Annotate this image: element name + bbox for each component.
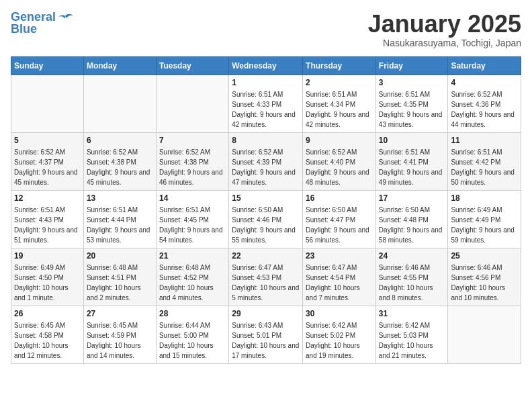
day-number: 31	[379, 309, 445, 318]
day-info: Sunrise: 6:52 AM Sunset: 4:37 PM Dayligh…	[14, 147, 81, 187]
day-info: Sunrise: 6:51 AM Sunset: 4:43 PM Dayligh…	[14, 205, 81, 245]
day-number: 28	[159, 309, 226, 318]
calendar-subtitle: Nasukarasuyama, Tochigi, Japan	[368, 38, 521, 48]
calendar-cell: 27Sunrise: 6:45 AM Sunset: 4:59 PM Dayli…	[83, 306, 156, 363]
day-number: 6	[87, 136, 153, 145]
day-info: Sunrise: 6:42 AM Sunset: 5:02 PM Dayligh…	[306, 320, 373, 361]
day-number: 23	[306, 251, 373, 261]
day-info: Sunrise: 6:51 AM Sunset: 4:33 PM Dayligh…	[232, 89, 300, 130]
calendar-cell: 2Sunrise: 6:51 AM Sunset: 4:34 PM Daylig…	[303, 75, 376, 132]
day-number: 29	[232, 309, 300, 318]
calendar-cell: 11Sunrise: 6:51 AM Sunset: 4:42 PM Dayli…	[448, 132, 521, 190]
day-info: Sunrise: 6:45 AM Sunset: 4:59 PM Dayligh…	[87, 320, 153, 361]
calendar-cell: 21Sunrise: 6:48 AM Sunset: 4:52 PM Dayli…	[156, 248, 228, 306]
calendar-cell: 15Sunrise: 6:50 AM Sunset: 4:46 PM Dayli…	[229, 190, 303, 248]
calendar-cell: 19Sunrise: 6:49 AM Sunset: 4:50 PM Dayli…	[11, 248, 84, 306]
day-number: 15	[232, 193, 300, 203]
logo-bird-icon	[58, 13, 73, 26]
day-info: Sunrise: 6:46 AM Sunset: 4:56 PM Dayligh…	[451, 263, 518, 303]
weekday-header: Wednesday	[229, 56, 303, 75]
calendar-week-row: 26Sunrise: 6:45 AM Sunset: 4:58 PM Dayli…	[11, 306, 521, 363]
day-number: 26	[14, 309, 81, 318]
day-info: Sunrise: 6:42 AM Sunset: 5:03 PM Dayligh…	[379, 320, 445, 361]
day-number: 20	[87, 251, 153, 261]
day-number: 1	[232, 78, 300, 87]
weekday-header: Monday	[83, 56, 156, 75]
day-number: 4	[451, 78, 518, 87]
day-number: 19	[14, 251, 81, 261]
calendar-cell: 30Sunrise: 6:42 AM Sunset: 5:02 PM Dayli…	[303, 306, 376, 363]
day-info: Sunrise: 6:49 AM Sunset: 4:49 PM Dayligh…	[451, 205, 518, 245]
day-number: 12	[14, 193, 81, 203]
day-info: Sunrise: 6:48 AM Sunset: 4:51 PM Dayligh…	[87, 263, 153, 303]
calendar-cell: 10Sunrise: 6:51 AM Sunset: 4:41 PM Dayli…	[375, 132, 448, 190]
calendar-cell: 14Sunrise: 6:51 AM Sunset: 4:45 PM Dayli…	[156, 190, 228, 248]
day-number: 16	[306, 193, 373, 203]
calendar-table: SundayMondayTuesdayWednesdayThursdayFrid…	[11, 56, 521, 364]
logo-text: GeneralBlue	[11, 11, 56, 35]
day-info: Sunrise: 6:51 AM Sunset: 4:45 PM Dayligh…	[159, 205, 226, 245]
day-info: Sunrise: 6:51 AM Sunset: 4:35 PM Dayligh…	[379, 89, 445, 130]
calendar-cell	[156, 75, 228, 132]
weekday-header: Tuesday	[156, 56, 228, 75]
calendar-cell: 9Sunrise: 6:52 AM Sunset: 4:40 PM Daylig…	[303, 132, 376, 190]
calendar-title: January 2025	[368, 11, 521, 38]
day-info: Sunrise: 6:52 AM Sunset: 4:38 PM Dayligh…	[159, 147, 226, 187]
day-info: Sunrise: 6:52 AM Sunset: 4:39 PM Dayligh…	[232, 147, 300, 187]
calendar-cell: 26Sunrise: 6:45 AM Sunset: 4:58 PM Dayli…	[11, 306, 84, 363]
weekday-header: Friday	[375, 56, 448, 75]
calendar-cell: 8Sunrise: 6:52 AM Sunset: 4:39 PM Daylig…	[229, 132, 303, 190]
weekday-header: Sunday	[11, 56, 84, 75]
calendar-cell: 28Sunrise: 6:44 AM Sunset: 5:00 PM Dayli…	[156, 306, 228, 363]
day-number: 22	[232, 251, 300, 261]
weekday-header: Thursday	[303, 56, 376, 75]
day-info: Sunrise: 6:51 AM Sunset: 4:34 PM Dayligh…	[306, 89, 373, 130]
day-number: 14	[159, 193, 226, 203]
calendar-cell: 5Sunrise: 6:52 AM Sunset: 4:37 PM Daylig…	[11, 132, 84, 190]
day-info: Sunrise: 6:50 AM Sunset: 4:46 PM Dayligh…	[232, 205, 300, 245]
day-number: 21	[159, 251, 226, 261]
day-number: 5	[14, 136, 81, 145]
logo: GeneralBlue	[11, 11, 73, 35]
calendar-cell: 25Sunrise: 6:46 AM Sunset: 4:56 PM Dayli…	[448, 248, 521, 306]
calendar-cell	[11, 75, 84, 132]
calendar-cell: 31Sunrise: 6:42 AM Sunset: 5:03 PM Dayli…	[375, 306, 448, 363]
calendar-cell: 24Sunrise: 6:46 AM Sunset: 4:55 PM Dayli…	[375, 248, 448, 306]
weekday-header: Saturday	[448, 56, 521, 75]
day-info: Sunrise: 6:52 AM Sunset: 4:36 PM Dayligh…	[451, 89, 518, 130]
day-info: Sunrise: 6:48 AM Sunset: 4:52 PM Dayligh…	[159, 263, 226, 303]
calendar-cell	[83, 75, 156, 132]
calendar-cell: 6Sunrise: 6:52 AM Sunset: 4:38 PM Daylig…	[83, 132, 156, 190]
calendar-cell: 20Sunrise: 6:48 AM Sunset: 4:51 PM Dayli…	[83, 248, 156, 306]
day-info: Sunrise: 6:46 AM Sunset: 4:55 PM Dayligh…	[379, 263, 445, 303]
day-info: Sunrise: 6:47 AM Sunset: 4:54 PM Dayligh…	[306, 263, 373, 303]
day-number: 30	[306, 309, 373, 318]
day-number: 7	[159, 136, 226, 145]
calendar-cell: 1Sunrise: 6:51 AM Sunset: 4:33 PM Daylig…	[229, 75, 303, 132]
day-info: Sunrise: 6:47 AM Sunset: 4:53 PM Dayligh…	[232, 263, 300, 303]
day-number: 11	[451, 136, 518, 145]
day-info: Sunrise: 6:49 AM Sunset: 4:50 PM Dayligh…	[14, 263, 81, 303]
day-info: Sunrise: 6:43 AM Sunset: 5:01 PM Dayligh…	[232, 320, 300, 361]
day-info: Sunrise: 6:50 AM Sunset: 4:48 PM Dayligh…	[379, 205, 445, 245]
day-number: 17	[379, 193, 445, 203]
calendar-cell: 23Sunrise: 6:47 AM Sunset: 4:54 PM Dayli…	[303, 248, 376, 306]
calendar-week-row: 5Sunrise: 6:52 AM Sunset: 4:37 PM Daylig…	[11, 132, 521, 190]
calendar-cell: 17Sunrise: 6:50 AM Sunset: 4:48 PM Dayli…	[375, 190, 448, 248]
day-number: 3	[379, 78, 445, 87]
day-info: Sunrise: 6:51 AM Sunset: 4:41 PM Dayligh…	[379, 147, 445, 187]
day-info: Sunrise: 6:45 AM Sunset: 4:58 PM Dayligh…	[14, 320, 81, 361]
weekday-header-row: SundayMondayTuesdayWednesdayThursdayFrid…	[11, 56, 521, 75]
calendar-cell: 18Sunrise: 6:49 AM Sunset: 4:49 PM Dayli…	[448, 190, 521, 248]
calendar-cell: 4Sunrise: 6:52 AM Sunset: 4:36 PM Daylig…	[448, 75, 521, 132]
day-info: Sunrise: 6:52 AM Sunset: 4:40 PM Dayligh…	[306, 147, 373, 187]
calendar-cell: 16Sunrise: 6:50 AM Sunset: 4:47 PM Dayli…	[303, 190, 376, 248]
calendar-week-row: 1Sunrise: 6:51 AM Sunset: 4:33 PM Daylig…	[11, 75, 521, 132]
calendar-cell: 7Sunrise: 6:52 AM Sunset: 4:38 PM Daylig…	[156, 132, 228, 190]
page-header: GeneralBlue January 2025 Nasukarasuyama,…	[11, 11, 521, 48]
day-number: 10	[379, 136, 445, 145]
day-number: 2	[306, 78, 373, 87]
day-number: 13	[87, 193, 153, 203]
day-info: Sunrise: 6:51 AM Sunset: 4:42 PM Dayligh…	[451, 147, 518, 187]
day-number: 8	[232, 136, 300, 145]
